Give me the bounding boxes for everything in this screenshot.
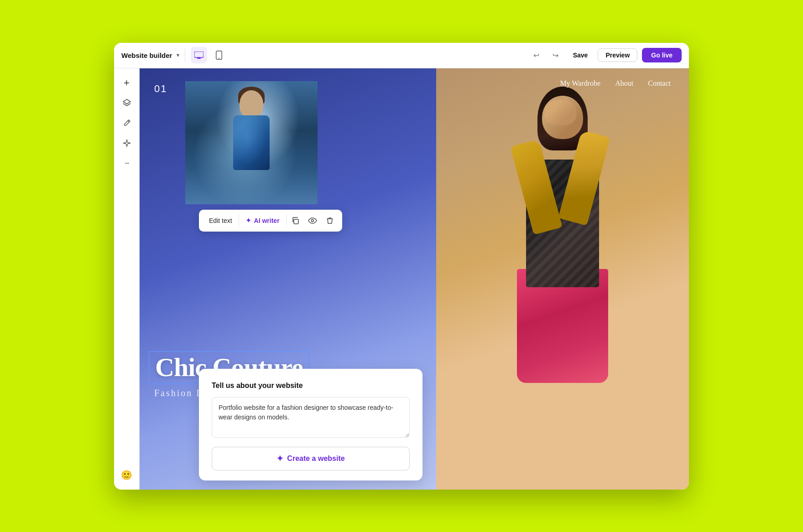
sidebar: + ··· 🙂 [114, 68, 140, 490]
sparkle-icon[interactable] [118, 134, 136, 152]
app-title: Website builder [121, 52, 172, 59]
nav-link-contact[interactable]: Contact [648, 79, 671, 88]
eye-button[interactable] [304, 212, 321, 229]
undo-button[interactable]: ↩ [529, 48, 544, 62]
canvas-area: 01 [140, 68, 689, 490]
left-panel: 01 [140, 68, 436, 490]
face-detail [544, 100, 576, 125]
topbar-left: Website builder ▾ [121, 52, 179, 59]
fashion-photo [185, 81, 318, 204]
more-icon[interactable]: ··· [118, 154, 136, 172]
edit-text-button[interactable]: Edit text [203, 210, 239, 232]
save-button[interactable]: Save [568, 49, 594, 62]
view-controls [191, 47, 227, 63]
fabric-overlay [233, 115, 270, 170]
website-preview: 01 [140, 68, 689, 490]
person-head [240, 90, 263, 118]
text-toolbar: Edit text ✦ AI writer [199, 210, 342, 232]
chevron-down-icon[interactable]: ▾ [177, 52, 179, 58]
create-website-label: Create a website [287, 455, 344, 463]
ai-writer-label: AI writer [254, 217, 280, 224]
copy-button[interactable] [287, 212, 304, 229]
redo-button[interactable]: ↪ [548, 48, 563, 62]
website-description-input[interactable]: Portfolio website for a fashion designer… [212, 397, 410, 438]
app-window: Website builder ▾ ↩ ↪ Save Preview Go li… [114, 43, 689, 490]
topbar: Website builder ▾ ↩ ↪ Save Preview Go li… [114, 43, 689, 68]
delete-button[interactable] [321, 212, 339, 229]
desktop-view-button[interactable] [191, 47, 207, 63]
create-website-button[interactable]: ✦ Create a website [212, 447, 410, 470]
model-figure [490, 96, 636, 438]
edit-text-label: Edit text [209, 217, 232, 224]
right-panel: My Wardrobe About Contact [436, 68, 689, 490]
add-icon[interactable]: + [118, 74, 136, 92]
sparkle-icon-create: ✦ [276, 454, 283, 464]
golive-button[interactable]: Go live [642, 48, 682, 62]
svg-point-7 [311, 219, 313, 222]
layers-icon[interactable] [118, 94, 136, 112]
svg-rect-2 [197, 58, 201, 59]
nav-link-about[interactable]: About [615, 79, 633, 88]
model-hands [521, 141, 604, 178]
svg-rect-6 [294, 219, 298, 224]
ai-writer-button[interactable]: ✦ AI writer [239, 210, 286, 232]
topbar-divider [185, 48, 185, 62]
svg-rect-0 [194, 52, 203, 57]
svg-marker-5 [123, 99, 130, 104]
main-area: + ··· 🙂 01 [114, 68, 689, 490]
pen-icon[interactable] [118, 114, 136, 132]
fashion-photo-inner [185, 81, 318, 204]
nav-link-wardrobe[interactable]: My Wardrobe [560, 79, 601, 88]
emoji-icon[interactable]: 🙂 [118, 466, 136, 484]
ai-panel-title: Tell us about your website [212, 382, 410, 390]
mobile-view-button[interactable] [211, 47, 227, 63]
ai-panel: Tell us about your website Portfolio web… [199, 369, 422, 480]
page-number: 01 [154, 83, 167, 95]
sparkle-icon-ai: ✦ [245, 216, 251, 225]
site-nav: My Wardrobe About Contact [436, 79, 689, 88]
svg-rect-1 [198, 57, 200, 58]
model-head [542, 96, 583, 139]
person-body [233, 115, 270, 170]
preview-button[interactable]: Preview [598, 48, 637, 62]
svg-point-4 [219, 58, 219, 59]
person-silhouette [222, 90, 281, 195]
topbar-actions: ↩ ↪ Save Preview Go live [529, 48, 682, 62]
